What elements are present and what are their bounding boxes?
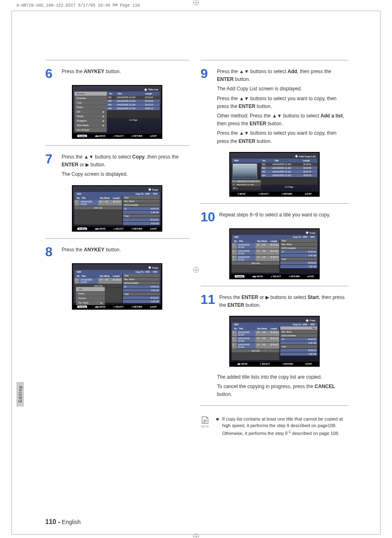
screenshot-title-list: Title List Rename Protection Copy Delete…	[72, 85, 162, 139]
menu-item: Rename	[74, 92, 107, 96]
menu-item: Playlist▶	[74, 114, 107, 119]
step-number: 9	[201, 67, 213, 80]
bullet-icon: ■	[216, 416, 219, 437]
step-number: 10	[201, 210, 215, 223]
step-6: 6 Press the ANYKEY button.	[45, 67, 189, 80]
anykey-icon: Anykey	[77, 135, 87, 137]
text: Press the ▲▼ buttons to select	[62, 154, 132, 160]
page-indicator: 1/1 Page	[107, 118, 160, 122]
text-bold: ANYKEY	[84, 69, 104, 74]
ss-title: Title List	[148, 88, 158, 91]
menu-item: Copy	[74, 101, 107, 105]
thumbnail-image	[233, 163, 257, 179]
diamond-icon	[306, 231, 309, 234]
menu-item: Protection	[74, 96, 107, 101]
anykey-icon: Anykey	[235, 275, 244, 278]
diamond-icon	[148, 188, 151, 191]
step-7: 7 Press the ▲▼ buttons to select Copy, t…	[45, 152, 189, 180]
anykey-icon: Anykey	[77, 228, 87, 230]
text: Press the	[62, 69, 84, 74]
page-language: English	[62, 519, 81, 525]
page-number: 110 -	[45, 518, 60, 525]
anykey-icon: Anykey	[77, 306, 87, 308]
step-number: 6	[45, 67, 58, 80]
step-10: 10 Repeat steps 8~9 to select a title yo…	[201, 210, 348, 223]
screenshot-copy-start: Copy HDDCopy To : HDD → DVD No.TitleRec.…	[229, 316, 320, 367]
registration-mark-icon	[193, 0, 199, 5]
screenshot-copy-list-3: Copy HDDCopy To : HDD → DVD No.TitleRec.…	[229, 228, 320, 279]
text-bold: Copy	[132, 154, 145, 160]
page-footer: 110 - English	[45, 518, 81, 526]
step-number: 11	[201, 293, 215, 306]
menu-item: Select Media▶	[74, 123, 107, 128]
screenshot-copy-menu: Copy HDDCopy To : HDD → DVD No.TitleRec.…	[72, 263, 162, 310]
step-8: 8 Press the ANYKEY button.	[45, 245, 189, 258]
menu-item: Navigation▶	[74, 119, 107, 123]
note-label: NOTE	[201, 425, 210, 428]
step-number: 8	[45, 245, 58, 258]
diamond-icon	[148, 266, 151, 269]
screenshot-copy: Copy HDDCopy To : HDD → DVD No.TitleRec.…	[72, 185, 162, 232]
note-box: NOTE ■ If copy list contains at least on…	[201, 416, 348, 437]
text: The Copy screen is displayed.	[62, 170, 189, 178]
registration-mark-icon	[193, 533, 199, 538]
diamond-icon	[295, 155, 298, 158]
menu-item: Disc Manager	[74, 128, 107, 132]
right-column: 9 Press the ▲▼ buttons to select Add, th…	[201, 53, 348, 437]
step-number: 7	[45, 152, 58, 166]
step-9: 9 Press the ▲▼ buttons to select Add, th…	[201, 67, 348, 147]
screenshot-add-copy-list: Add Copy List HDDNo.TitleLength ☐JAN/18/…	[229, 152, 320, 197]
left-column: 6 Press the ANYKEY button. Title List Re…	[45, 53, 189, 315]
note-icon	[201, 416, 210, 425]
menu-item: Edit▶	[74, 110, 107, 114]
file-meta: 9-HR720-XAC_109-122_EDIT 5/17/05 10:46 P…	[16, 3, 140, 8]
text: button.	[104, 69, 121, 74]
diamond-icon	[144, 88, 147, 91]
menu-item: Delete	[74, 105, 107, 110]
section-tab: Editing	[16, 382, 24, 407]
diamond-icon	[306, 319, 309, 322]
step-11: 11 Press the ENTER or ▶ buttons to selec…	[201, 293, 348, 311]
